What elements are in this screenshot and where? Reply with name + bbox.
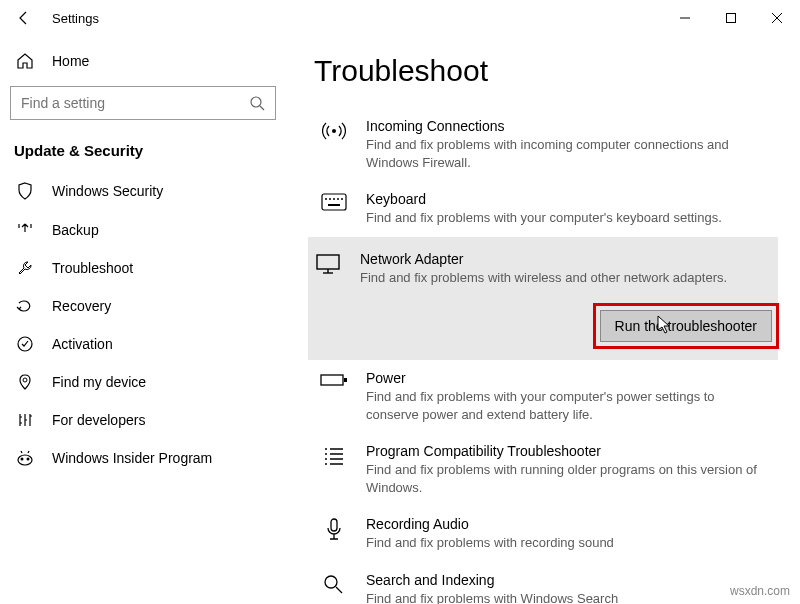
- monitor-icon: [314, 251, 342, 275]
- troubleshooter-compat[interactable]: Program Compatibility Troubleshooter Fin…: [314, 433, 772, 506]
- troubleshooter-desc: Find and fix problems with Windows Searc…: [366, 590, 766, 604]
- troubleshooter-name: Power: [366, 370, 766, 386]
- section-header: Update & Security: [10, 134, 276, 171]
- svg-point-6: [18, 455, 32, 465]
- wrench-icon: [16, 260, 34, 276]
- troubleshooter-power[interactable]: Power Find and fix problems with your co…: [314, 360, 772, 433]
- nav-developers[interactable]: For developers: [10, 401, 276, 439]
- troubleshooter-name: Keyboard: [366, 191, 766, 207]
- troubleshooter-keyboard[interactable]: Keyboard Find and fix problems with your…: [314, 181, 772, 237]
- search-box[interactable]: [10, 86, 276, 120]
- troubleshooter-desc: Find and fix problems with your computer…: [366, 209, 766, 227]
- insider-icon: [16, 450, 34, 466]
- svg-point-7: [21, 458, 24, 461]
- troubleshooter-name: Incoming Connections: [366, 118, 766, 134]
- nav-recovery[interactable]: Recovery: [10, 287, 276, 325]
- svg-point-14: [337, 198, 339, 200]
- recovery-icon: [16, 299, 34, 313]
- run-troubleshooter-button[interactable]: Run the troubleshooter: [600, 310, 772, 342]
- battery-icon: [320, 370, 348, 394]
- search-folder-icon: [320, 572, 348, 596]
- svg-point-31: [325, 576, 337, 588]
- troubleshooter-desc: Find and fix problems with incoming comp…: [366, 136, 766, 171]
- troubleshooter-name: Network Adapter: [360, 251, 772, 267]
- svg-rect-1: [727, 14, 736, 23]
- svg-line-32: [336, 587, 342, 593]
- maximize-button[interactable]: [708, 0, 754, 36]
- nav-label: Recovery: [52, 298, 111, 314]
- troubleshooter-name: Recording Audio: [366, 516, 766, 532]
- window-title: Settings: [52, 11, 99, 26]
- watermark: wsxdn.com: [730, 584, 790, 598]
- main-content: Troubleshoot Incoming Connections Find a…: [286, 36, 800, 604]
- nav-windows-security[interactable]: Windows Security: [10, 171, 276, 211]
- close-button[interactable]: [754, 0, 800, 36]
- run-button-label: Run the troubleshooter: [615, 318, 757, 334]
- microphone-icon: [320, 516, 348, 540]
- svg-point-13: [333, 198, 335, 200]
- back-button[interactable]: [10, 4, 38, 32]
- home-label: Home: [52, 53, 89, 69]
- svg-point-5: [23, 378, 27, 382]
- troubleshooter-desc: Find and fix problems with running older…: [366, 461, 766, 496]
- svg-point-12: [329, 198, 331, 200]
- nav-label: For developers: [52, 412, 145, 428]
- page-title: Troubleshoot: [314, 54, 772, 88]
- backup-icon: [16, 222, 34, 238]
- svg-rect-17: [317, 255, 339, 269]
- nav-activation[interactable]: Activation: [10, 325, 276, 363]
- titlebar: Settings: [0, 0, 800, 36]
- nav-label: Find my device: [52, 374, 146, 390]
- nav-troubleshoot[interactable]: Troubleshoot: [10, 249, 276, 287]
- svg-rect-20: [321, 375, 343, 385]
- svg-line-3: [260, 106, 264, 110]
- svg-point-2: [251, 97, 261, 107]
- check-circle-icon: [16, 336, 34, 352]
- signal-icon: [320, 118, 348, 142]
- troubleshooter-name: Program Compatibility Troubleshooter: [366, 443, 766, 459]
- nav-find-device[interactable]: Find my device: [10, 363, 276, 401]
- home-icon: [16, 52, 34, 70]
- nav-label: Activation: [52, 336, 113, 352]
- list-icon: [320, 443, 348, 467]
- troubleshooter-search[interactable]: Search and Indexing Find and fix problem…: [314, 562, 772, 604]
- troubleshooter-desc: Find and fix problems with recording sou…: [366, 534, 766, 552]
- search-icon: [249, 95, 265, 111]
- nav-label: Windows Insider Program: [52, 450, 212, 466]
- sidebar: Home Update & Security Windows Security …: [0, 36, 286, 604]
- nav-insider[interactable]: Windows Insider Program: [10, 439, 276, 477]
- home-nav[interactable]: Home: [10, 42, 276, 80]
- troubleshooter-incoming[interactable]: Incoming Connections Find and fix proble…: [314, 108, 772, 181]
- location-icon: [16, 374, 34, 390]
- svg-rect-10: [322, 194, 346, 210]
- troubleshooter-desc: Find and fix problems with wireless and …: [360, 269, 772, 287]
- developers-icon: [16, 412, 34, 428]
- troubleshooter-network-adapter[interactable]: Network Adapter Find and fix problems wi…: [308, 237, 778, 361]
- svg-rect-21: [344, 378, 347, 382]
- nav-label: Troubleshoot: [52, 260, 133, 276]
- search-input[interactable]: [21, 95, 249, 111]
- troubleshooter-name: Search and Indexing: [366, 572, 766, 588]
- troubleshooter-recording[interactable]: Recording Audio Find and fix problems wi…: [314, 506, 772, 562]
- svg-rect-16: [328, 204, 340, 206]
- keyboard-icon: [320, 191, 348, 215]
- minimize-button[interactable]: [662, 0, 708, 36]
- troubleshooter-desc: Find and fix problems with your computer…: [366, 388, 766, 423]
- svg-point-9: [332, 129, 336, 133]
- nav-label: Windows Security: [52, 183, 163, 199]
- svg-rect-30: [331, 519, 337, 531]
- shield-icon: [16, 182, 34, 200]
- svg-point-8: [27, 458, 30, 461]
- svg-point-15: [341, 198, 343, 200]
- window-controls: [662, 0, 800, 36]
- svg-point-11: [325, 198, 327, 200]
- nav-label: Backup: [52, 222, 99, 238]
- nav-backup[interactable]: Backup: [10, 211, 276, 249]
